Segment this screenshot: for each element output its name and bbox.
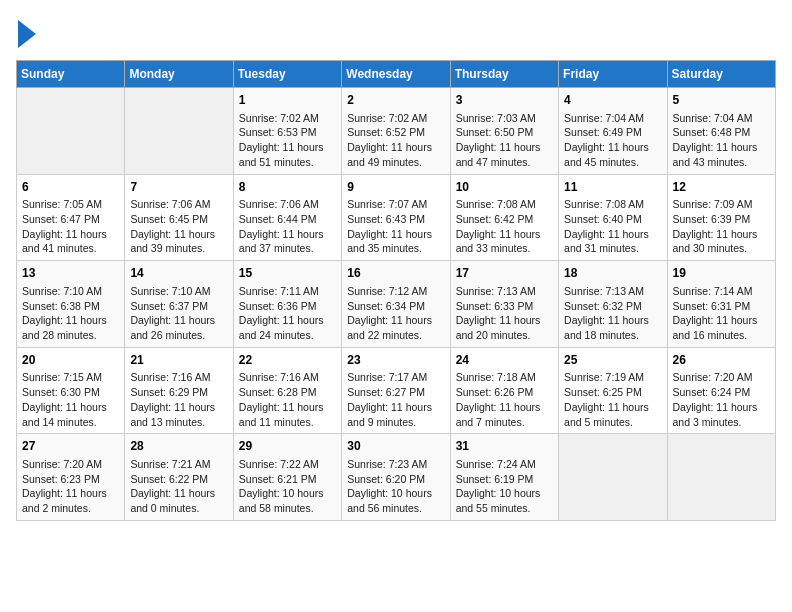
day-info-text: Sunset: 6:29 PM: [130, 385, 227, 400]
day-info-text: Sunset: 6:39 PM: [673, 212, 770, 227]
day-info-text: Daylight: 11 hours and 35 minutes.: [347, 227, 444, 256]
calendar-cell: 18Sunrise: 7:13 AMSunset: 6:32 PMDayligh…: [559, 261, 667, 348]
day-info-text: Daylight: 11 hours and 39 minutes.: [130, 227, 227, 256]
calendar-cell: 23Sunrise: 7:17 AMSunset: 6:27 PMDayligh…: [342, 347, 450, 434]
logo-arrow-icon: [18, 20, 36, 48]
weekday-header: Wednesday: [342, 61, 450, 88]
calendar-cell: 11Sunrise: 7:08 AMSunset: 6:40 PMDayligh…: [559, 174, 667, 261]
day-info-text: Sunrise: 7:20 AM: [673, 370, 770, 385]
day-number: 22: [239, 352, 336, 369]
day-info-text: Sunset: 6:30 PM: [22, 385, 119, 400]
calendar-cell: 22Sunrise: 7:16 AMSunset: 6:28 PMDayligh…: [233, 347, 341, 434]
day-info-text: Sunset: 6:45 PM: [130, 212, 227, 227]
calendar-cell: 9Sunrise: 7:07 AMSunset: 6:43 PMDaylight…: [342, 174, 450, 261]
day-info-text: Sunset: 6:26 PM: [456, 385, 553, 400]
day-info-text: Daylight: 11 hours and 9 minutes.: [347, 400, 444, 429]
day-info-text: Daylight: 11 hours and 31 minutes.: [564, 227, 661, 256]
day-info-text: Sunrise: 7:23 AM: [347, 457, 444, 472]
day-info-text: Sunset: 6:24 PM: [673, 385, 770, 400]
calendar-cell: 2Sunrise: 7:02 AMSunset: 6:52 PMDaylight…: [342, 88, 450, 175]
day-info-text: Daylight: 11 hours and 18 minutes.: [564, 313, 661, 342]
calendar-cell: 6Sunrise: 7:05 AMSunset: 6:47 PMDaylight…: [17, 174, 125, 261]
day-info-text: Sunrise: 7:06 AM: [130, 197, 227, 212]
calendar-week-row: 20Sunrise: 7:15 AMSunset: 6:30 PMDayligh…: [17, 347, 776, 434]
day-info-text: Daylight: 11 hours and 49 minutes.: [347, 140, 444, 169]
day-info-text: Sunset: 6:33 PM: [456, 299, 553, 314]
calendar-cell: 28Sunrise: 7:21 AMSunset: 6:22 PMDayligh…: [125, 434, 233, 521]
weekday-header: Thursday: [450, 61, 558, 88]
calendar-header-row: SundayMondayTuesdayWednesdayThursdayFrid…: [17, 61, 776, 88]
day-info-text: Sunrise: 7:20 AM: [22, 457, 119, 472]
day-info-text: Sunrise: 7:19 AM: [564, 370, 661, 385]
day-info-text: Daylight: 11 hours and 24 minutes.: [239, 313, 336, 342]
day-number: 31: [456, 438, 553, 455]
calendar-cell: 12Sunrise: 7:09 AMSunset: 6:39 PMDayligh…: [667, 174, 775, 261]
calendar-cell: [559, 434, 667, 521]
calendar-cell: 26Sunrise: 7:20 AMSunset: 6:24 PMDayligh…: [667, 347, 775, 434]
calendar-week-row: 27Sunrise: 7:20 AMSunset: 6:23 PMDayligh…: [17, 434, 776, 521]
day-info-text: Daylight: 11 hours and 22 minutes.: [347, 313, 444, 342]
day-info-text: Daylight: 11 hours and 43 minutes.: [673, 140, 770, 169]
day-info-text: Daylight: 11 hours and 14 minutes.: [22, 400, 119, 429]
calendar-cell: 27Sunrise: 7:20 AMSunset: 6:23 PMDayligh…: [17, 434, 125, 521]
calendar-cell: 29Sunrise: 7:22 AMSunset: 6:21 PMDayligh…: [233, 434, 341, 521]
day-info-text: Sunset: 6:22 PM: [130, 472, 227, 487]
page-header: [16, 16, 776, 48]
calendar-cell: 13Sunrise: 7:10 AMSunset: 6:38 PMDayligh…: [17, 261, 125, 348]
day-info-text: Sunrise: 7:18 AM: [456, 370, 553, 385]
day-number: 14: [130, 265, 227, 282]
day-info-text: Daylight: 11 hours and 30 minutes.: [673, 227, 770, 256]
day-info-text: Sunset: 6:20 PM: [347, 472, 444, 487]
day-number: 16: [347, 265, 444, 282]
day-info-text: Sunset: 6:23 PM: [22, 472, 119, 487]
calendar-cell: 24Sunrise: 7:18 AMSunset: 6:26 PMDayligh…: [450, 347, 558, 434]
day-info-text: Sunset: 6:49 PM: [564, 125, 661, 140]
calendar-cell: 17Sunrise: 7:13 AMSunset: 6:33 PMDayligh…: [450, 261, 558, 348]
calendar-cell: 20Sunrise: 7:15 AMSunset: 6:30 PMDayligh…: [17, 347, 125, 434]
calendar-cell: 30Sunrise: 7:23 AMSunset: 6:20 PMDayligh…: [342, 434, 450, 521]
calendar-cell: 5Sunrise: 7:04 AMSunset: 6:48 PMDaylight…: [667, 88, 775, 175]
day-info-text: Sunset: 6:37 PM: [130, 299, 227, 314]
day-info-text: Daylight: 11 hours and 47 minutes.: [456, 140, 553, 169]
calendar-week-row: 1Sunrise: 7:02 AMSunset: 6:53 PMDaylight…: [17, 88, 776, 175]
day-info-text: Daylight: 11 hours and 2 minutes.: [22, 486, 119, 515]
day-info-text: Sunset: 6:40 PM: [564, 212, 661, 227]
day-number: 2: [347, 92, 444, 109]
day-info-text: Sunrise: 7:14 AM: [673, 284, 770, 299]
day-info-text: Daylight: 11 hours and 51 minutes.: [239, 140, 336, 169]
day-info-text: Sunset: 6:53 PM: [239, 125, 336, 140]
day-info-text: Daylight: 11 hours and 16 minutes.: [673, 313, 770, 342]
day-info-text: Sunset: 6:25 PM: [564, 385, 661, 400]
day-info-text: Sunrise: 7:13 AM: [564, 284, 661, 299]
day-info-text: Daylight: 11 hours and 13 minutes.: [130, 400, 227, 429]
day-info-text: Sunset: 6:32 PM: [564, 299, 661, 314]
day-info-text: Sunset: 6:21 PM: [239, 472, 336, 487]
weekday-header: Tuesday: [233, 61, 341, 88]
day-info-text: Daylight: 11 hours and 33 minutes.: [456, 227, 553, 256]
calendar-cell: 1Sunrise: 7:02 AMSunset: 6:53 PMDaylight…: [233, 88, 341, 175]
calendar-cell: 8Sunrise: 7:06 AMSunset: 6:44 PMDaylight…: [233, 174, 341, 261]
calendar-cell: [17, 88, 125, 175]
day-info-text: Sunrise: 7:07 AM: [347, 197, 444, 212]
day-number: 6: [22, 179, 119, 196]
day-number: 18: [564, 265, 661, 282]
day-info-text: Sunset: 6:44 PM: [239, 212, 336, 227]
day-info-text: Daylight: 11 hours and 3 minutes.: [673, 400, 770, 429]
day-number: 12: [673, 179, 770, 196]
day-info-text: Sunrise: 7:13 AM: [456, 284, 553, 299]
day-info-text: Daylight: 11 hours and 11 minutes.: [239, 400, 336, 429]
day-info-text: Sunrise: 7:09 AM: [673, 197, 770, 212]
day-info-text: Daylight: 11 hours and 37 minutes.: [239, 227, 336, 256]
calendar-cell: 21Sunrise: 7:16 AMSunset: 6:29 PMDayligh…: [125, 347, 233, 434]
day-info-text: Sunrise: 7:22 AM: [239, 457, 336, 472]
weekday-header: Friday: [559, 61, 667, 88]
day-info-text: Sunrise: 7:04 AM: [673, 111, 770, 126]
calendar-cell: 25Sunrise: 7:19 AMSunset: 6:25 PMDayligh…: [559, 347, 667, 434]
calendar-cell: 16Sunrise: 7:12 AMSunset: 6:34 PMDayligh…: [342, 261, 450, 348]
day-info-text: Sunset: 6:47 PM: [22, 212, 119, 227]
day-info-text: Sunset: 6:48 PM: [673, 125, 770, 140]
day-info-text: Sunrise: 7:11 AM: [239, 284, 336, 299]
day-info-text: Sunrise: 7:02 AM: [347, 111, 444, 126]
day-info-text: Sunset: 6:19 PM: [456, 472, 553, 487]
day-number: 5: [673, 92, 770, 109]
